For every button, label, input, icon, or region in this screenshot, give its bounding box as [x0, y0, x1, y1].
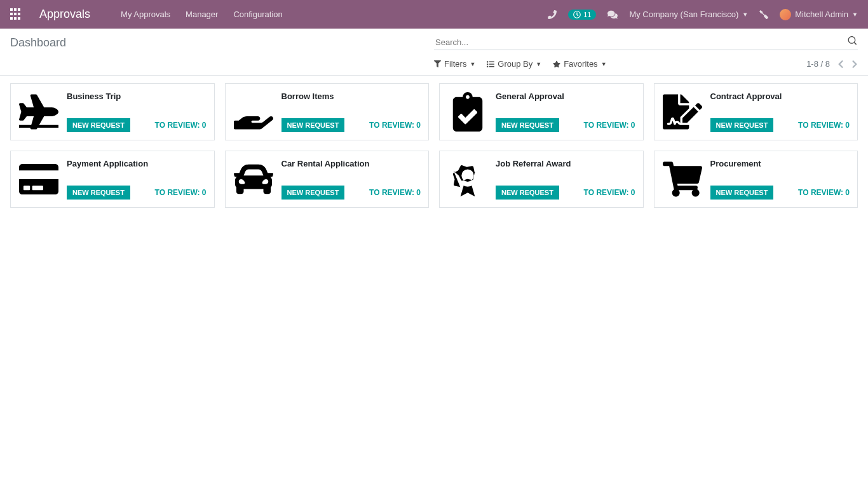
approval-card[interactable]: Contract Approval New Request TO REVIEW:…	[654, 83, 858, 140]
to-review-link[interactable]: TO REVIEW: 0	[155, 121, 207, 130]
card-body: Contract Approval New Request TO REVIEW:…	[710, 92, 850, 132]
search-icon[interactable]	[848, 36, 857, 45]
to-review-link[interactable]: TO REVIEW: 0	[798, 188, 850, 197]
search-wrap	[434, 35, 858, 50]
card-body: Business Trip New Request TO REVIEW: 0	[67, 92, 207, 132]
chevron-down-icon: ▼	[470, 61, 475, 67]
card-body: General Approval New Request TO REVIEW: …	[496, 92, 635, 132]
new-request-button[interactable]: New Request	[710, 186, 774, 200]
approval-card[interactable]: Car Rental Application New Request TO RE…	[225, 151, 430, 208]
card-title: Car Rental Application	[281, 159, 421, 168]
card-title: Job Referral Award	[496, 159, 635, 168]
to-review-link[interactable]: TO REVIEW: 0	[369, 188, 421, 197]
company-switcher[interactable]: My Company (San Francisco) ▼	[629, 10, 748, 19]
file-signature-icon	[662, 92, 703, 132]
hand-icon	[233, 92, 274, 132]
new-request-button[interactable]: New Request	[281, 186, 345, 200]
nav-configuration[interactable]: Configuration	[233, 10, 282, 19]
activity-badge[interactable]: 11	[568, 10, 596, 20]
pager-prev[interactable]	[837, 60, 844, 69]
approval-card[interactable]: Procurement New Request TO REVIEW: 0	[654, 151, 858, 208]
card-body: Payment Application New Request TO REVIE…	[67, 159, 207, 200]
card-title: Business Trip	[67, 92, 207, 101]
to-review-link[interactable]: TO REVIEW: 0	[798, 121, 850, 130]
approval-card[interactable]: General Approval New Request TO REVIEW: …	[439, 83, 644, 140]
clock-icon	[573, 11, 581, 18]
pager-count[interactable]: 1-8 / 8	[806, 59, 830, 69]
new-request-button[interactable]: New Request	[67, 118, 130, 132]
filters-button[interactable]: Filters ▼	[434, 59, 475, 69]
approval-card[interactable]: Business Trip New Request TO REVIEW: 0	[10, 83, 215, 140]
plane-icon	[18, 92, 59, 132]
user-name: Mitchell Admin	[795, 10, 848, 19]
approval-card[interactable]: Payment Application New Request TO REVIE…	[10, 151, 215, 208]
card-body: Borrow Items New Request TO REVIEW: 0	[281, 92, 421, 132]
card-body: Job Referral Award New Request TO REVIEW…	[496, 159, 635, 200]
groupby-button[interactable]: Group By ▼	[487, 59, 541, 69]
chevron-down-icon: ▼	[742, 11, 748, 18]
pager: 1-8 / 8	[806, 59, 858, 69]
favorites-button[interactable]: Favorites ▼	[553, 59, 606, 69]
card-title: Procurement	[710, 159, 850, 168]
avatar	[780, 9, 791, 20]
filter-icon	[434, 60, 441, 67]
card-title: General Approval	[496, 92, 635, 101]
new-request-button[interactable]: New Request	[496, 118, 559, 132]
card-title: Borrow Items	[281, 92, 421, 101]
card-body: Car Rental Application New Request TO RE…	[281, 159, 421, 200]
card-title: Contract Approval	[710, 92, 850, 101]
favorites-label: Favorites	[564, 59, 597, 69]
nav-my-approvals[interactable]: My Approvals	[121, 10, 170, 19]
nav-right: 11 My Company (San Francisco) ▼ Mitchell…	[548, 9, 858, 20]
nav-manager[interactable]: Manager	[186, 10, 218, 19]
navbar: Approvals My Approvals Manager Configura…	[0, 0, 868, 29]
phone-icon[interactable]	[548, 10, 557, 19]
control-panel: Dashboard Filters ▼ Group By ▼	[0, 29, 868, 76]
approval-card[interactable]: Borrow Items New Request TO REVIEW: 0	[225, 83, 430, 140]
credit-card-icon	[18, 159, 59, 200]
new-request-button[interactable]: New Request	[496, 186, 559, 200]
to-review-link[interactable]: TO REVIEW: 0	[155, 188, 207, 197]
clipboard-check-icon	[447, 92, 488, 132]
card-title: Payment Application	[67, 159, 207, 168]
company-name: My Company (San Francisco)	[629, 10, 738, 19]
card-body: Procurement New Request TO REVIEW: 0	[710, 159, 850, 200]
chevron-down-icon: ▼	[536, 61, 541, 67]
approval-card[interactable]: Job Referral Award New Request TO REVIEW…	[439, 151, 644, 208]
search-input[interactable]	[434, 35, 858, 50]
star-icon	[553, 60, 560, 68]
user-menu[interactable]: Mitchell Admin ▼	[780, 9, 858, 20]
chat-icon[interactable]	[607, 10, 618, 20]
breadcrumb: Dashboard	[10, 36, 434, 50]
list-icon	[487, 60, 494, 68]
award-icon	[447, 159, 488, 200]
kanban-view: Business Trip New Request TO REVIEW: 0 B…	[0, 76, 868, 215]
to-review-link[interactable]: TO REVIEW: 0	[369, 121, 421, 130]
chevron-down-icon: ▼	[852, 11, 858, 18]
pager-next[interactable]	[851, 60, 858, 69]
to-review-link[interactable]: TO REVIEW: 0	[584, 188, 635, 197]
new-request-button[interactable]: New Request	[281, 118, 345, 132]
chevron-down-icon: ▼	[601, 61, 607, 67]
new-request-button[interactable]: New Request	[710, 118, 774, 132]
groupby-label: Group By	[498, 59, 532, 69]
filter-group: Filters ▼ Group By ▼ Favorites ▼	[434, 59, 607, 69]
car-icon	[233, 159, 274, 200]
filters-label: Filters	[444, 59, 466, 69]
cart-icon	[662, 159, 703, 200]
activity-count: 11	[583, 11, 591, 18]
to-review-link[interactable]: TO REVIEW: 0	[584, 121, 635, 130]
app-brand[interactable]: Approvals	[39, 8, 90, 21]
apps-icon[interactable]	[10, 8, 23, 21]
wrench-icon[interactable]	[759, 10, 768, 19]
new-request-button[interactable]: New Request	[67, 186, 130, 200]
nav-menu: My Approvals Manager Configuration	[121, 10, 548, 19]
